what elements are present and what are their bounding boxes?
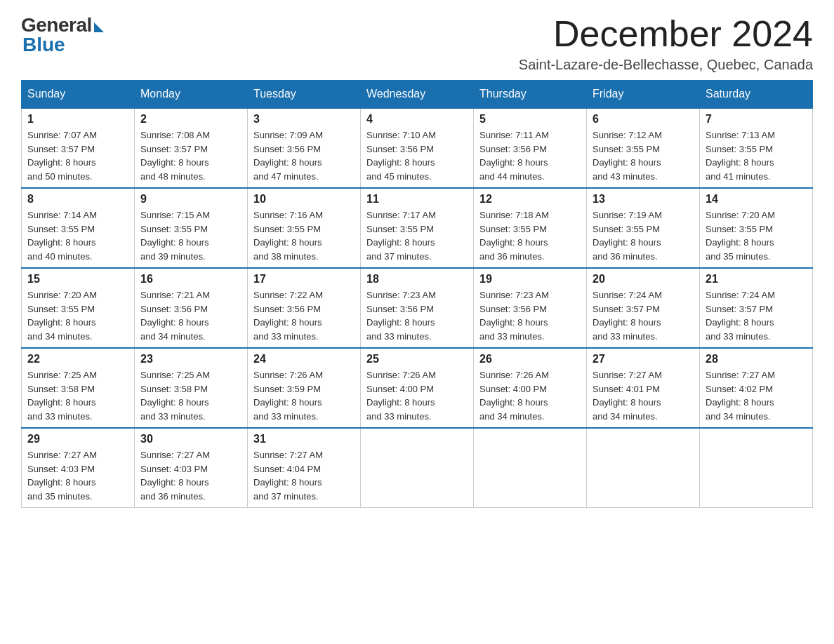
day-number: 14 <box>706 193 807 206</box>
day-info: Sunrise: 7:17 AM Sunset: 3:55 PM Dayligh… <box>366 208 468 263</box>
day-number: 19 <box>479 273 581 286</box>
day-number: 8 <box>27 193 128 206</box>
calendar-cell: 1 Sunrise: 7:07 AM Sunset: 3:57 PM Dayli… <box>22 108 135 188</box>
day-info: Sunrise: 7:19 AM Sunset: 3:55 PM Dayligh… <box>593 208 694 263</box>
day-number: 25 <box>366 353 468 365</box>
calendar-cell: 15 Sunrise: 7:20 AM Sunset: 3:55 PM Dayl… <box>22 268 135 348</box>
day-number: 1 <box>27 113 128 126</box>
day-info: Sunrise: 7:21 AM Sunset: 3:56 PM Dayligh… <box>140 288 241 343</box>
day-info: Sunrise: 7:26 AM Sunset: 4:00 PM Dayligh… <box>366 368 468 423</box>
page-header: General Blue December 2024 Saint-Lazare-… <box>21 14 813 73</box>
day-info: Sunrise: 7:09 AM Sunset: 3:56 PM Dayligh… <box>253 128 355 183</box>
day-info: Sunrise: 7:24 AM Sunset: 3:57 PM Dayligh… <box>593 288 694 343</box>
day-number: 22 <box>27 353 128 365</box>
calendar-cell: 5 Sunrise: 7:11 AM Sunset: 3:56 PM Dayli… <box>474 108 587 188</box>
day-info: Sunrise: 7:12 AM Sunset: 3:55 PM Dayligh… <box>593 128 694 183</box>
calendar-week-5: 29 Sunrise: 7:27 AM Sunset: 4:03 PM Dayl… <box>22 428 813 508</box>
calendar-cell: 7 Sunrise: 7:13 AM Sunset: 3:55 PM Dayli… <box>700 108 813 188</box>
calendar-cell: 25 Sunrise: 7:26 AM Sunset: 4:00 PM Dayl… <box>361 348 474 428</box>
day-number: 27 <box>593 353 694 365</box>
calendar-cell: 27 Sunrise: 7:27 AM Sunset: 4:01 PM Dayl… <box>587 348 700 428</box>
logo-arrow-icon <box>94 22 104 32</box>
calendar-cell <box>361 428 474 508</box>
calendar-cell: 13 Sunrise: 7:19 AM Sunset: 3:55 PM Dayl… <box>587 188 700 268</box>
logo-blue-text: Blue <box>21 34 65 56</box>
calendar-cell: 21 Sunrise: 7:24 AM Sunset: 3:57 PM Dayl… <box>700 268 813 348</box>
calendar-cell: 29 Sunrise: 7:27 AM Sunset: 4:03 PM Dayl… <box>22 428 135 508</box>
day-number: 4 <box>366 113 468 126</box>
day-info: Sunrise: 7:27 AM Sunset: 4:03 PM Dayligh… <box>27 448 128 503</box>
day-info: Sunrise: 7:25 AM Sunset: 3:58 PM Dayligh… <box>27 368 128 423</box>
calendar-cell: 14 Sunrise: 7:20 AM Sunset: 3:55 PM Dayl… <box>700 188 813 268</box>
calendar-cell: 10 Sunrise: 7:16 AM Sunset: 3:55 PM Dayl… <box>248 188 361 268</box>
calendar-cell: 24 Sunrise: 7:26 AM Sunset: 3:59 PM Dayl… <box>248 348 361 428</box>
day-number: 29 <box>27 433 128 445</box>
month-title: December 2024 <box>519 14 813 54</box>
day-number: 3 <box>253 113 355 126</box>
day-number: 7 <box>706 113 807 126</box>
calendar-cell: 6 Sunrise: 7:12 AM Sunset: 3:55 PM Dayli… <box>587 108 700 188</box>
day-number: 5 <box>479 113 581 126</box>
calendar-table: SundayMondayTuesdayWednesdayThursdayFrid… <box>21 80 813 508</box>
calendar-cell: 19 Sunrise: 7:23 AM Sunset: 3:56 PM Dayl… <box>474 268 587 348</box>
calendar-header-thursday: Thursday <box>474 81 587 109</box>
calendar-cell: 16 Sunrise: 7:21 AM Sunset: 3:56 PM Dayl… <box>135 268 248 348</box>
day-info: Sunrise: 7:24 AM Sunset: 3:57 PM Dayligh… <box>706 288 807 343</box>
calendar-header-tuesday: Tuesday <box>248 81 361 109</box>
calendar-week-2: 8 Sunrise: 7:14 AM Sunset: 3:55 PM Dayli… <box>22 188 813 268</box>
day-info: Sunrise: 7:27 AM Sunset: 4:04 PM Dayligh… <box>253 448 355 503</box>
calendar-cell: 12 Sunrise: 7:18 AM Sunset: 3:55 PM Dayl… <box>474 188 587 268</box>
calendar-week-3: 15 Sunrise: 7:20 AM Sunset: 3:55 PM Dayl… <box>22 268 813 348</box>
day-number: 17 <box>253 273 355 286</box>
day-info: Sunrise: 7:23 AM Sunset: 3:56 PM Dayligh… <box>366 288 468 343</box>
day-number: 12 <box>479 193 581 206</box>
calendar-cell: 3 Sunrise: 7:09 AM Sunset: 3:56 PM Dayli… <box>248 108 361 188</box>
day-number: 31 <box>253 433 355 445</box>
calendar-cell: 23 Sunrise: 7:25 AM Sunset: 3:58 PM Dayl… <box>135 348 248 428</box>
calendar-week-4: 22 Sunrise: 7:25 AM Sunset: 3:58 PM Dayl… <box>22 348 813 428</box>
day-number: 28 <box>706 353 807 365</box>
day-number: 30 <box>140 433 241 445</box>
day-number: 11 <box>366 193 468 206</box>
day-info: Sunrise: 7:18 AM Sunset: 3:55 PM Dayligh… <box>479 208 581 263</box>
day-number: 6 <box>593 113 694 126</box>
day-info: Sunrise: 7:27 AM Sunset: 4:02 PM Dayligh… <box>706 368 807 423</box>
calendar-cell: 30 Sunrise: 7:27 AM Sunset: 4:03 PM Dayl… <box>135 428 248 508</box>
calendar-cell: 31 Sunrise: 7:27 AM Sunset: 4:04 PM Dayl… <box>248 428 361 508</box>
day-info: Sunrise: 7:26 AM Sunset: 3:59 PM Dayligh… <box>253 368 355 423</box>
day-info: Sunrise: 7:15 AM Sunset: 3:55 PM Dayligh… <box>140 208 241 263</box>
calendar-week-1: 1 Sunrise: 7:07 AM Sunset: 3:57 PM Dayli… <box>22 108 813 188</box>
day-number: 21 <box>706 273 807 286</box>
day-info: Sunrise: 7:25 AM Sunset: 3:58 PM Dayligh… <box>140 368 241 423</box>
day-number: 20 <box>593 273 694 286</box>
day-number: 9 <box>140 193 241 206</box>
calendar-cell: 18 Sunrise: 7:23 AM Sunset: 3:56 PM Dayl… <box>361 268 474 348</box>
title-section: December 2024 Saint-Lazare-de-Bellechass… <box>519 14 813 73</box>
calendar-cell: 26 Sunrise: 7:26 AM Sunset: 4:00 PM Dayl… <box>474 348 587 428</box>
calendar-cell: 2 Sunrise: 7:08 AM Sunset: 3:57 PM Dayli… <box>135 108 248 188</box>
calendar-header-friday: Friday <box>587 81 700 109</box>
day-info: Sunrise: 7:27 AM Sunset: 4:03 PM Dayligh… <box>140 448 241 503</box>
day-info: Sunrise: 7:27 AM Sunset: 4:01 PM Dayligh… <box>593 368 694 423</box>
calendar-cell <box>587 428 700 508</box>
day-number: 10 <box>253 193 355 206</box>
calendar-header-saturday: Saturday <box>700 81 813 109</box>
day-info: Sunrise: 7:26 AM Sunset: 4:00 PM Dayligh… <box>479 368 581 423</box>
calendar-cell: 17 Sunrise: 7:22 AM Sunset: 3:56 PM Dayl… <box>248 268 361 348</box>
day-number: 13 <box>593 193 694 206</box>
day-info: Sunrise: 7:22 AM Sunset: 3:56 PM Dayligh… <box>253 288 355 343</box>
day-info: Sunrise: 7:10 AM Sunset: 3:56 PM Dayligh… <box>366 128 468 183</box>
calendar-header-wednesday: Wednesday <box>361 81 474 109</box>
day-info: Sunrise: 7:14 AM Sunset: 3:55 PM Dayligh… <box>27 208 128 263</box>
calendar-cell: 20 Sunrise: 7:24 AM Sunset: 3:57 PM Dayl… <box>587 268 700 348</box>
day-info: Sunrise: 7:07 AM Sunset: 3:57 PM Dayligh… <box>27 128 128 183</box>
day-number: 26 <box>479 353 581 365</box>
logo: General Blue <box>21 14 104 56</box>
calendar-header-monday: Monday <box>135 81 248 109</box>
calendar-header-sunday: Sunday <box>22 81 135 109</box>
day-number: 18 <box>366 273 468 286</box>
day-info: Sunrise: 7:20 AM Sunset: 3:55 PM Dayligh… <box>706 208 807 263</box>
day-number: 2 <box>140 113 241 126</box>
day-info: Sunrise: 7:08 AM Sunset: 3:57 PM Dayligh… <box>140 128 241 183</box>
calendar-cell: 28 Sunrise: 7:27 AM Sunset: 4:02 PM Dayl… <box>700 348 813 428</box>
